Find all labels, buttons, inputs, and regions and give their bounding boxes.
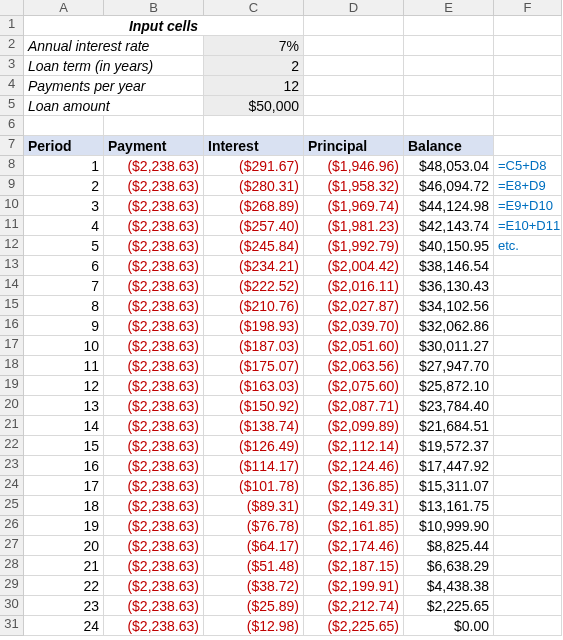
cell-interest-9[interactable]: ($187.03) [204,336,304,356]
cell-principal-13[interactable]: ($2,099.89) [304,416,404,436]
value-term[interactable]: 2 [204,56,304,76]
row-header-30[interactable]: 30 [0,596,24,616]
cell-balance-5[interactable]: $38,146.54 [404,256,494,276]
cell-period-20[interactable]: 21 [24,556,104,576]
cell-payment-15[interactable]: ($2,238.63) [104,456,204,476]
cell-interest-0[interactable]: ($291.67) [204,156,304,176]
cell-payment-23[interactable]: ($2,238.63) [104,616,204,636]
label-rate[interactable]: Annual interest rate [24,36,204,56]
cell-F-row24[interactable] [494,476,562,496]
cell-balance-7[interactable]: $34,102.56 [404,296,494,316]
cell-interest-16[interactable]: ($101.78) [204,476,304,496]
row-header-18[interactable]: 18 [0,356,24,376]
cell-payment-8[interactable]: ($2,238.63) [104,316,204,336]
th-payment[interactable]: Payment [104,136,204,156]
cell-F7[interactable] [494,136,562,156]
col-header-B[interactable]: B [104,0,204,16]
cell-period-16[interactable]: 17 [24,476,104,496]
cell-principal-0[interactable]: ($1,946.96) [304,156,404,176]
cell-payment-0[interactable]: ($2,238.63) [104,156,204,176]
cell-payment-17[interactable]: ($2,238.63) [104,496,204,516]
col-header-F[interactable]: F [494,0,562,16]
cell-F-row23[interactable] [494,456,562,476]
th-interest[interactable]: Interest [204,136,304,156]
cell-F-row13[interactable] [494,256,562,276]
cell-period-11[interactable]: 12 [24,376,104,396]
cell-F2[interactable] [494,36,562,56]
cell-payment-5[interactable]: ($2,238.63) [104,256,204,276]
cell-interest-7[interactable]: ($210.76) [204,296,304,316]
cell-interest-21[interactable]: ($38.72) [204,576,304,596]
annotation-r10[interactable]: =E9+D10 [494,196,562,216]
cell-principal-22[interactable]: ($2,212.74) [304,596,404,616]
cell-F-row29[interactable] [494,576,562,596]
cell-F-row15[interactable] [494,296,562,316]
cell-interest-22[interactable]: ($25.89) [204,596,304,616]
col-header-D[interactable]: D [304,0,404,16]
cell-interest-10[interactable]: ($175.07) [204,356,304,376]
cell-principal-3[interactable]: ($1,981.23) [304,216,404,236]
cell-principal-10[interactable]: ($2,063.56) [304,356,404,376]
cell-E4[interactable] [404,76,494,96]
cell-F-row25[interactable] [494,496,562,516]
annotation-r11[interactable]: =E10+D11 [494,216,562,236]
cell-payment-21[interactable]: ($2,238.63) [104,576,204,596]
col-header-A[interactable]: A [24,0,104,16]
row-header-24[interactable]: 24 [0,476,24,496]
row-header-1[interactable]: 1 [0,16,24,36]
cell-interest-14[interactable]: ($126.49) [204,436,304,456]
row-header-6[interactable]: 6 [0,116,24,136]
row-header-19[interactable]: 19 [0,376,24,396]
cell-interest-8[interactable]: ($198.93) [204,316,304,336]
cell-F-row31[interactable] [494,616,562,636]
cell-interest-23[interactable]: ($12.98) [204,616,304,636]
cell-balance-15[interactable]: $17,447.92 [404,456,494,476]
cell-interest-12[interactable]: ($150.92) [204,396,304,416]
cell-balance-0[interactable]: $48,053.04 [404,156,494,176]
cell-F-row18[interactable] [494,356,562,376]
cell-balance-20[interactable]: $6,638.29 [404,556,494,576]
row-header-28[interactable]: 28 [0,556,24,576]
row-header-26[interactable]: 26 [0,516,24,536]
row-header-8[interactable]: 8 [0,156,24,176]
cell-interest-3[interactable]: ($257.40) [204,216,304,236]
cell-F-row27[interactable] [494,536,562,556]
cell-balance-9[interactable]: $30,011.27 [404,336,494,356]
cell-period-5[interactable]: 6 [24,256,104,276]
row-header-29[interactable]: 29 [0,576,24,596]
cell-payment-16[interactable]: ($2,238.63) [104,476,204,496]
cell-payment-10[interactable]: ($2,238.63) [104,356,204,376]
row-header-12[interactable]: 12 [0,236,24,256]
cell-principal-5[interactable]: ($2,004.42) [304,256,404,276]
cell-F-row26[interactable] [494,516,562,536]
cell-interest-19[interactable]: ($64.17) [204,536,304,556]
cell-period-10[interactable]: 11 [24,356,104,376]
row-header-17[interactable]: 17 [0,336,24,356]
cell-balance-11[interactable]: $25,872.10 [404,376,494,396]
cell-principal-11[interactable]: ($2,075.60) [304,376,404,396]
value-ppy[interactable]: 12 [204,76,304,96]
cell-period-12[interactable]: 13 [24,396,104,416]
cell-balance-16[interactable]: $15,311.07 [404,476,494,496]
col-header-C[interactable]: C [204,0,304,16]
cell-period-6[interactable]: 7 [24,276,104,296]
cell-payment-4[interactable]: ($2,238.63) [104,236,204,256]
cell-principal-2[interactable]: ($1,969.74) [304,196,404,216]
cell-balance-10[interactable]: $27,947.70 [404,356,494,376]
cell-row6-1[interactable] [104,116,204,136]
cell-principal-6[interactable]: ($2,016.11) [304,276,404,296]
cell-period-3[interactable]: 4 [24,216,104,236]
cell-payment-12[interactable]: ($2,238.63) [104,396,204,416]
cell-period-0[interactable]: 1 [24,156,104,176]
cell-D1[interactable] [304,16,404,36]
cell-D3[interactable] [304,56,404,76]
row-header-10[interactable]: 10 [0,196,24,216]
annotation-r9[interactable]: =E8+D9 [494,176,562,196]
cell-E2[interactable] [404,36,494,56]
cell-payment-3[interactable]: ($2,238.63) [104,216,204,236]
cell-balance-4[interactable]: $40,150.95 [404,236,494,256]
cell-period-23[interactable]: 24 [24,616,104,636]
row-header-5[interactable]: 5 [0,96,24,116]
row-header-25[interactable]: 25 [0,496,24,516]
row-header-15[interactable]: 15 [0,296,24,316]
